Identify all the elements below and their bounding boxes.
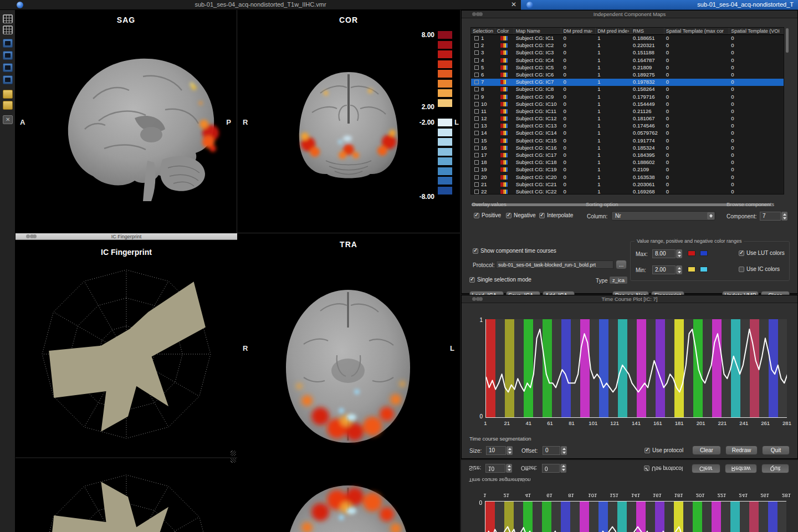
interpolate-checkbox[interactable]: Interpolate — [539, 212, 573, 218]
table-header-cell[interactable]: Color — [495, 28, 514, 34]
row-checkbox[interactable] — [474, 139, 479, 143]
table-row[interactable]: 22Subject CG: IC22010.16926800 — [471, 188, 784, 195]
table-header-cell[interactable]: Spatial Template (VOI — [729, 28, 784, 34]
table-row[interactable]: 15Subject CG: IC15010.19177400 — [471, 137, 784, 145]
table-row[interactable]: 1Subject CG: IC1010.18865100 — [471, 35, 784, 42]
row-checkbox[interactable] — [474, 182, 479, 187]
table-row[interactable]: 19Subject CG: IC19010.210900 — [471, 166, 784, 173]
row-checkbox[interactable] — [474, 160, 479, 165]
row-checkbox[interactable] — [474, 175, 479, 180]
quit-button[interactable]: Quit — [762, 446, 790, 455]
sort-column-select[interactable]: Nr — [611, 211, 715, 221]
table-row[interactable]: 21Subject CG: IC21010.20306100 — [471, 181, 784, 188]
close-view-icon[interactable] — [3, 115, 13, 124]
row-checkbox[interactable] — [474, 80, 479, 84]
table-row[interactable]: 3Subject CG: IC3010.15118800 — [471, 49, 784, 57]
resize-grip[interactable] — [231, 458, 236, 463]
single-selection-checkbox[interactable]: Single selection mode — [469, 277, 531, 283]
show-timecourses-checkbox[interactable]: Show component time courses — [473, 248, 556, 254]
secondary-window-titlebar[interactable]: sub-01_ses-04_acq-nondistorted_T — [521, 0, 798, 10]
sag-view-panel[interactable]: SAG A P — [16, 10, 237, 233]
tra-view-panel[interactable]: TRA R L — [237, 233, 460, 532]
negative-min-color-swatch[interactable] — [700, 267, 708, 272]
max-stepper[interactable]: 8.00 — [652, 249, 682, 258]
grid-view-icon[interactable] — [3, 25, 13, 34]
component-table[interactable]: SelectionColorMap NameDM pred ma›DM pred… — [470, 27, 784, 195]
table-header-cell[interactable]: RMS — [631, 28, 664, 34]
row-checkbox[interactable] — [474, 131, 479, 135]
save-icon[interactable] — [3, 101, 13, 110]
table-row[interactable]: 12Subject CG: IC12010.18106700 — [471, 115, 784, 122]
tra-view-icon[interactable] — [3, 63, 13, 72]
row-checkbox[interactable] — [474, 43, 479, 48]
protocol-field[interactable]: sub-01_ses-04_task-blocked_run-1_bold.pr… — [496, 260, 613, 269]
multi-view-icon[interactable] — [3, 75, 13, 84]
positive-color-swatch[interactable] — [688, 250, 695, 256]
time-course-plot[interactable] — [485, 501, 786, 532]
icm-dialog-titlebar[interactable]: Independent Component Maps — [462, 11, 797, 18]
window-controls-icon[interactable] — [19, 234, 40, 238]
window-controls-icon[interactable] — [466, 297, 487, 301]
size-stepper[interactable]: 10 — [486, 446, 513, 455]
time-course-plot[interactable] — [485, 319, 787, 418]
quit-button[interactable]: Quit — [761, 464, 789, 473]
table-header-cell[interactable]: Spatial Template (max cor — [664, 28, 730, 34]
offset-stepper[interactable]: 0 — [542, 464, 566, 473]
row-checkbox[interactable] — [474, 116, 479, 121]
component-stepper[interactable]: 7 — [760, 212, 787, 221]
table-row[interactable]: 2Subject CG: IC2010.22032100 — [471, 42, 784, 49]
redraw-button[interactable]: Redraw — [725, 446, 758, 455]
table-row[interactable]: 4Subject CG: IC4010.16478700 — [471, 57, 784, 64]
row-checkbox[interactable] — [474, 58, 479, 63]
main-window-titlebar[interactable]: sub-01_ses-04_acq-nondistorted_T1w_IIHC.… — [0, 0, 521, 10]
resize-grip[interactable] — [231, 451, 236, 456]
cor-view-icon[interactable] — [3, 51, 13, 60]
table-header-cell[interactable]: DM pred inde› — [596, 28, 631, 34]
row-checkbox[interactable] — [474, 73, 479, 77]
protocol-browse-button[interactable]: ... — [616, 260, 627, 269]
use-ic-colors-checkbox[interactable]: Use IC colors — [739, 266, 780, 272]
table-header-cell[interactable]: Selection — [471, 28, 495, 34]
folder-icon[interactable] — [3, 90, 13, 99]
table-row[interactable]: 8Subject CG: IC8010.15826400 — [471, 86, 784, 93]
negative-checkbox[interactable]: Negative — [506, 212, 535, 218]
positive-min-color-swatch[interactable] — [688, 267, 695, 272]
window-controls-icon[interactable] — [466, 12, 487, 16]
row-checkbox[interactable] — [474, 36, 479, 40]
table-row[interactable]: 7Subject CG: IC7010.19783200 — [471, 79, 784, 86]
row-checkbox[interactable] — [474, 146, 479, 150]
use-lut-colors-checkbox[interactable]: Use LUT colors — [739, 250, 785, 256]
fingerprint-window-titlebar[interactable]: IC Fingerprint — [16, 233, 237, 240]
table-row[interactable]: 6Subject CG: IC6010.18927500 — [471, 71, 784, 79]
row-checkbox[interactable] — [474, 167, 479, 172]
table-row[interactable]: 14Subject CG: IC14010.057976200 — [471, 130, 784, 137]
sag-view-icon[interactable] — [3, 39, 13, 48]
clear-button[interactable]: Clear — [692, 464, 720, 473]
clear-button[interactable]: Clear — [692, 446, 721, 455]
table-row[interactable]: 9Subject CG: IC9010.17971600 — [471, 94, 784, 101]
size-stepper[interactable]: 10 — [485, 464, 512, 473]
offset-stepper[interactable]: 0 — [543, 446, 567, 455]
table-row[interactable]: 17Subject CG: IC17010.18439500 — [471, 152, 784, 159]
table-row[interactable]: 5Subject CG: IC5010.2180900 — [471, 64, 784, 71]
row-checkbox[interactable] — [474, 124, 479, 128]
slice-view-icon[interactable] — [3, 14, 13, 23]
cor-view-panel[interactable]: COR R L — [237, 10, 460, 233]
row-checkbox[interactable] — [474, 87, 479, 91]
row-checkbox[interactable] — [474, 153, 479, 157]
row-checkbox[interactable] — [474, 95, 479, 99]
positive-checkbox[interactable]: Positive — [474, 212, 501, 218]
table-row[interactable]: 20Subject CG: IC20010.16353800 — [471, 174, 784, 181]
table-row[interactable]: 13Subject CG: IC13010.17454600 — [471, 122, 784, 130]
table-row[interactable]: 18Subject CG: IC18010.18860200 — [471, 159, 784, 166]
row-checkbox[interactable] — [474, 102, 479, 106]
component-table-header[interactable]: SelectionColorMap NameDM pred ma›DM pred… — [471, 28, 784, 35]
table-header-cell[interactable]: DM pred ma› — [561, 28, 596, 34]
table-row[interactable]: 11Subject CG: IC11010.2112600 — [471, 108, 784, 115]
min-stepper[interactable]: 2.00 — [652, 265, 682, 274]
row-checkbox[interactable] — [474, 190, 479, 194]
table-header-cell[interactable]: Map Name — [514, 28, 562, 34]
vertical-scrollbar[interactable] — [786, 27, 789, 195]
table-row[interactable]: 10Subject CG: IC10010.15444900 — [471, 101, 784, 108]
row-checkbox[interactable] — [474, 109, 479, 114]
